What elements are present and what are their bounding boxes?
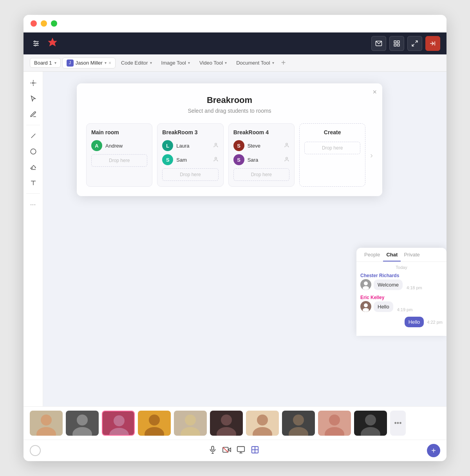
cam-button[interactable] — [222, 445, 231, 456]
svg-rect-9 — [394, 44, 396, 46]
breakroom3-drop[interactable]: Drop here — [162, 168, 218, 181]
tab-code-chevron: ▾ — [150, 61, 152, 65]
screen-share-button[interactable] — [237, 445, 245, 456]
add-tab-button[interactable]: + — [281, 58, 286, 67]
member-steve: S Steve — [233, 140, 289, 151]
breakroom-modal: × Breakroom Select and drag students to … — [77, 83, 382, 196]
tab-jason-label: Jason Miller — [76, 60, 103, 66]
svg-rect-60 — [212, 446, 214, 450]
tab-code-editor[interactable]: Code Editor ▾ — [117, 58, 156, 67]
tab-video-chevron: ▾ — [225, 61, 227, 65]
add-session-button[interactable]: + — [427, 444, 440, 457]
main-room-drop[interactable]: Drop here — [91, 154, 147, 167]
close-dot[interactable] — [31, 20, 37, 27]
svg-line-16 — [31, 134, 35, 138]
svg-point-5 — [35, 45, 36, 46]
participant-5 — [174, 411, 207, 436]
more-tool-btn[interactable]: ··· — [27, 198, 40, 211]
fullscreen-button[interactable] — [407, 36, 422, 51]
select-tool-btn[interactable] — [27, 92, 40, 105]
sidebar-tools: ··· — [24, 72, 43, 406]
member-sara: S Sara — [233, 154, 289, 165]
board-tab-label: Board 1 — [34, 60, 52, 66]
tab-jason-miller[interactable]: J Jason Miller ▾ × — [62, 58, 116, 69]
pen-tool-btn[interactable] — [27, 108, 40, 121]
breakroom4-drop[interactable]: Drop here — [233, 168, 289, 181]
steve-avatar: S — [233, 140, 244, 151]
participants-bar: ••• — [24, 406, 446, 440]
participant-3 — [102, 411, 135, 436]
cursor-tool-btn[interactable] — [27, 76, 40, 90]
chester-avatar — [360, 279, 371, 290]
text-tool-btn[interactable] — [27, 176, 40, 189]
exit-button[interactable] — [425, 36, 440, 51]
chester-bubble: Welcome — [374, 279, 403, 290]
tab-jason-close[interactable]: × — [108, 60, 111, 66]
tab-chat[interactable]: Chat — [383, 248, 401, 261]
nav-right-buttons — [371, 36, 440, 51]
steve-icon — [284, 142, 289, 149]
chat-panel: People Chat Private Today Chester Richar… — [356, 248, 446, 336]
laura-icon — [213, 142, 219, 149]
control-bar: + — [24, 440, 446, 461]
svg-rect-10 — [398, 44, 400, 46]
svg-point-40 — [149, 415, 160, 426]
line-tool-btn[interactable] — [27, 129, 40, 142]
svg-point-3 — [34, 41, 35, 42]
more-participants-button[interactable]: ••• — [390, 411, 406, 436]
jason-avatar: J — [67, 60, 74, 67]
status-circle — [30, 445, 41, 456]
breakroom3-title: BreakRoom 3 — [162, 129, 218, 135]
app-window: Board 1 ▾ J Jason Miller ▾ × Code Editor… — [24, 15, 446, 461]
breakroom4-title: BreakRoom 4 — [233, 129, 289, 135]
svg-point-23 — [286, 157, 288, 159]
eric-message-row: Hello 4:19 pm — [360, 301, 443, 312]
participant-2 — [66, 411, 99, 436]
nav-bar — [24, 32, 446, 54]
own-time: 4:22 pm — [427, 320, 443, 325]
minimize-dot[interactable] — [41, 20, 47, 27]
settings-icon[interactable] — [30, 37, 42, 50]
svg-point-55 — [329, 415, 340, 426]
svg-point-21 — [215, 157, 217, 159]
member-laura: L Laura — [162, 140, 218, 151]
svg-point-37 — [114, 415, 125, 426]
room-card-create[interactable]: Create Drop here — [299, 123, 365, 187]
sam-icon — [213, 157, 219, 163]
eraser-tool-btn[interactable] — [27, 160, 40, 174]
maximize-dot[interactable] — [51, 20, 57, 27]
svg-point-28 — [364, 303, 368, 307]
steve-name: Steve — [248, 143, 281, 149]
grid-button[interactable] — [389, 36, 404, 51]
tab-people[interactable]: People — [361, 248, 383, 261]
main-area: ··· × Breakroom Select and drag students… — [24, 72, 446, 406]
tab-private[interactable]: Private — [401, 248, 423, 261]
email-button[interactable] — [371, 36, 386, 51]
tab-jason-chevron: ▾ — [105, 61, 107, 65]
modal-close-button[interactable]: × — [372, 88, 377, 96]
mic-button[interactable] — [208, 445, 217, 456]
tabs-bar: Board 1 ▾ J Jason Miller ▾ × Code Editor… — [24, 54, 446, 72]
sara-icon — [284, 157, 289, 163]
tab-document-tool[interactable]: Document Tool ▾ — [232, 58, 278, 67]
message-eric: Eric Kelley Hello 4:19 pm — [360, 295, 443, 312]
main-room-title: Main room — [91, 129, 147, 135]
scroll-hint: › — [370, 123, 373, 187]
shape-tool-btn[interactable] — [27, 145, 40, 158]
layout-button[interactable] — [251, 445, 259, 456]
board-tab[interactable]: Board 1 ▾ — [30, 58, 61, 68]
tab-document-label: Document Tool — [236, 60, 270, 66]
canvas-area: × Breakroom Select and drag students to … — [43, 72, 446, 406]
tab-image-label: Image Tool — [161, 60, 186, 66]
tab-image-tool[interactable]: Image Tool ▾ — [157, 58, 194, 67]
create-room-drop[interactable]: Drop here — [304, 142, 360, 154]
board-chevron-icon: ▾ — [54, 61, 56, 65]
room-card-3: BreakRoom 3 L Laura S Sam — [157, 123, 223, 187]
participant-9 — [318, 411, 351, 436]
participant-4 — [138, 411, 171, 436]
svg-marker-63 — [228, 448, 231, 451]
svg-point-25 — [364, 281, 368, 285]
svg-point-22 — [286, 143, 288, 145]
chester-sender-name: Chester Richards — [360, 273, 443, 278]
tab-video-tool[interactable]: Video Tool ▾ — [195, 58, 231, 67]
